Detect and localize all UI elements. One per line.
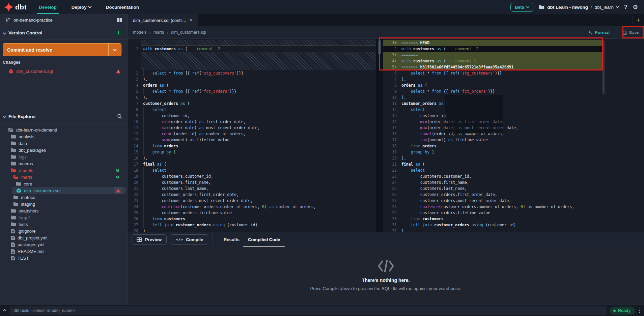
line-number: 1 xyxy=(128,46,138,52)
format-button[interactable]: Format xyxy=(588,30,610,35)
close-icon[interactable]: ✕ xyxy=(190,18,193,23)
line-number: 22 xyxy=(128,192,138,198)
right-pane-scrollbar-thumb[interactable] xyxy=(603,40,605,94)
command-input[interactable] xyxy=(9,306,607,315)
tree-item-marts[interactable]: martsM xyxy=(0,174,127,180)
tree-item-dbt_packages[interactable]: dbt_packages xyxy=(0,147,127,153)
tree-item-label: staging xyxy=(21,202,35,207)
merge-spacer-hatch xyxy=(141,40,376,46)
line-number: 23 xyxy=(383,173,397,179)
tree-item-label: macros xyxy=(19,161,33,166)
empty-state-title: There's nothing here. xyxy=(362,278,410,283)
tree-item-README.md[interactable]: README.md xyxy=(0,248,127,255)
new-tab-button[interactable]: + xyxy=(635,17,642,24)
merge-pane-left[interactable]: 1with customers as ( -- comment 22 selec… xyxy=(128,39,376,232)
dbt-logo[interactable]: dbt xyxy=(0,3,31,12)
tree-item-TEST[interactable]: TEST xyxy=(0,255,127,261)
folder-open-icon xyxy=(11,168,16,172)
help-icon[interactable]: ? xyxy=(624,4,627,10)
table-icon xyxy=(137,237,142,242)
tree-item-dbt_project.yml[interactable]: dbt_project.yml xyxy=(0,234,127,241)
save-button[interactable]: Save xyxy=(622,30,639,35)
code-line: 11customer_orders as ( xyxy=(383,100,604,107)
branch-selector[interactable]: on-demand-practice xyxy=(0,14,127,26)
merge-pane-right[interactable]: 1+<<<<<<< HEAD2with customers as ( -- co… xyxy=(383,39,604,232)
tab-compiled-code[interactable]: Compiled Code xyxy=(248,232,280,247)
tree-item-tests[interactable]: tests xyxy=(0,221,127,228)
line-number: 3+ xyxy=(383,52,397,58)
code-line: 2with customers as ( -- comment 2 xyxy=(383,46,604,52)
code-line: 25 customers.last_name, xyxy=(383,185,604,192)
line-number: 31 xyxy=(383,222,397,228)
tab-results[interactable]: Results xyxy=(224,232,240,247)
kebab-menu-icon[interactable]: ⋮ xyxy=(637,308,642,314)
tree-item-data[interactable]: data xyxy=(0,140,127,147)
nav-deploy[interactable]: Deploy xyxy=(64,0,99,14)
tree-item-analysis[interactable]: analysis xyxy=(0,133,127,140)
merge-spacer-hatch xyxy=(141,52,376,70)
tree-item-macros[interactable]: macros xyxy=(0,160,127,167)
tree-item-snapshots[interactable]: snapshots xyxy=(0,207,127,214)
folder-icon xyxy=(13,195,18,199)
code-line: 18 select xyxy=(128,167,376,173)
tab-dim-customers[interactable]: dim_customers.sql (confli... ✕ xyxy=(128,14,198,26)
code-icon: </> xyxy=(176,237,183,242)
version-control-header[interactable]: Version Control 1 xyxy=(0,26,127,40)
tree-item-label: analysis xyxy=(19,134,34,139)
line-number: 7 xyxy=(383,76,397,82)
project-separator: / xyxy=(591,5,592,10)
tree-item-dim_customers.sql[interactable]: dim_customers.sql xyxy=(0,187,127,194)
line-number: 30 xyxy=(383,216,397,222)
commit-options-dropdown[interactable] xyxy=(109,49,121,51)
save-icon xyxy=(622,30,627,35)
line-number: 24 xyxy=(383,179,397,185)
folder-icon xyxy=(11,209,16,213)
tree-item-models[interactable]: modelsM xyxy=(0,167,127,174)
breadcrumb-separator-icon: › xyxy=(167,30,168,35)
code-line: 7customer_orders as ( xyxy=(128,100,376,107)
tree-item-.gitignore[interactable]: .gitignore xyxy=(0,228,127,234)
file-explorer-header[interactable]: File Explorer xyxy=(0,109,127,124)
code-line: 15 group by 1 xyxy=(128,149,376,155)
compile-button[interactable]: </> Compile xyxy=(171,234,208,245)
folder-icon xyxy=(11,155,16,159)
commit-and-resolve-button[interactable]: Commit and resolve xyxy=(3,43,121,56)
pane-divider-scrollbar[interactable] xyxy=(376,39,383,232)
line-number: 12 xyxy=(128,131,138,137)
docs-book-icon[interactable] xyxy=(116,18,122,23)
tree-item-target[interactable]: target xyxy=(0,214,127,221)
chevron-up-icon[interactable] xyxy=(3,309,6,313)
file-icon xyxy=(11,249,15,254)
code-line: 19 group by 1 xyxy=(383,149,604,155)
line-number: 24 xyxy=(128,204,138,210)
breadcrumb-item[interactable]: marts xyxy=(153,30,164,35)
tree-item-packages.yml[interactable]: packages.yml xyxy=(0,241,127,248)
tree-item-staging[interactable]: staging xyxy=(0,201,127,207)
status-dot xyxy=(613,310,616,312)
line-number: 19 xyxy=(383,149,397,155)
tree-item-dbt-learn-on-demand[interactable]: dbt-learn-on-demand xyxy=(0,126,127,133)
tab-bar-divider xyxy=(633,16,633,25)
project-name: dbt Learn - mwong xyxy=(547,5,588,10)
toolbar-divider xyxy=(213,232,213,247)
beta-badge[interactable]: Beta xyxy=(510,3,533,12)
code-line: 10 min(order_date) as first_order_date, xyxy=(128,119,376,125)
line-number: 6 xyxy=(383,70,397,76)
code-line: 18 from orders xyxy=(383,143,604,149)
line-number: 25 xyxy=(128,210,138,216)
tree-item-core[interactable]: core xyxy=(0,180,127,187)
nav-develop[interactable]: Develop xyxy=(31,0,64,14)
search-icon[interactable] xyxy=(117,114,122,119)
preview-button[interactable]: Preview xyxy=(132,234,167,245)
tree-item-logs[interactable]: logs xyxy=(0,153,127,160)
project-selector[interactable]: dbt Learn - mwong / dbt_learn xyxy=(539,5,619,10)
breadcrumb-item[interactable]: models xyxy=(133,30,146,35)
folder-icon xyxy=(11,148,16,152)
changed-file-row[interactable]: dim_customers.sql xyxy=(0,67,127,75)
breadcrumb-item[interactable]: dim_customers.sql xyxy=(171,30,206,35)
tree-item-metrics[interactable]: metrics xyxy=(0,194,127,201)
nav-documentation[interactable]: Documentation xyxy=(99,0,146,14)
gear-icon[interactable]: ⚙ xyxy=(633,4,638,11)
changed-file-name: dim_customers.sql xyxy=(16,69,53,74)
code-line: 27 left join customer_orders using (cust… xyxy=(128,222,376,228)
